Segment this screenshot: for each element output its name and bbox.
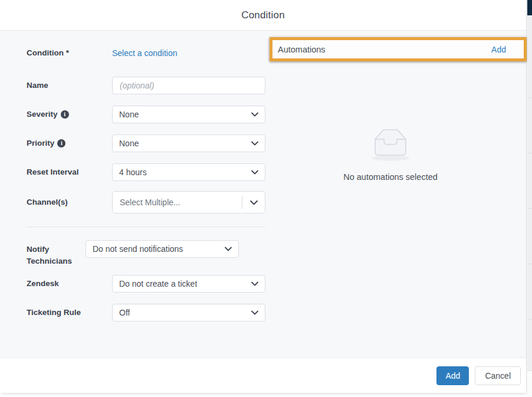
modal-header: Condition [0, 0, 526, 31]
empty-state-text: No automations selected [270, 172, 511, 182]
condition-row: Condition * Select a condition [27, 47, 178, 59]
chevron-down-icon [251, 310, 258, 315]
modal-footer: Add Cancel [0, 357, 526, 393]
name-row: Name [27, 77, 265, 94]
channels-dropdown-toggle[interactable] [242, 200, 265, 205]
section-divider [27, 227, 265, 227]
chevron-down-icon [251, 112, 258, 117]
priority-row: Priority i None [27, 134, 265, 152]
background-row-line [527, 153, 532, 153]
background-row-line [527, 97, 532, 98]
ticketing-rule-select[interactable]: Off [112, 304, 265, 321]
ticketing-rule-value: Off [119, 308, 130, 317]
inbox-tray-icon [369, 125, 412, 162]
name-input[interactable] [112, 77, 265, 94]
info-icon[interactable]: i [57, 139, 65, 147]
chevron-down-icon [251, 170, 258, 175]
chevron-down-icon [225, 247, 232, 251]
notify-technicians-value: Do not send notifications [93, 244, 183, 254]
zendesk-row: Zendesk Do not create a ticket [27, 275, 265, 293]
info-icon[interactable]: i [61, 110, 69, 119]
channels-placeholder: Select Multiple... [120, 198, 180, 207]
severity-value: None [119, 110, 139, 119]
severity-select[interactable]: None [112, 106, 265, 123]
add-button[interactable]: Add [436, 366, 469, 385]
channels-controls [242, 192, 265, 213]
background-page-sliver [527, 0, 532, 397]
severity-row: Severity i None [27, 106, 265, 123]
channels-multiselect[interactable]: Select Multiple... [112, 191, 265, 214]
automations-title: Automations [278, 45, 326, 54]
priority-label-text: Priority [27, 137, 54, 149]
reset-interval-label: Reset Interval [27, 166, 112, 178]
ticketing-rule-label: Ticketing Rule [27, 307, 112, 319]
modal-body: Condition * Select a condition Name Seve… [0, 31, 526, 357]
modal-title: Condition [241, 9, 285, 21]
chevron-down-icon [251, 141, 258, 146]
automations-empty-state: No automations selected [270, 125, 511, 182]
name-label: Name [27, 80, 112, 91]
cancel-button[interactable]: Cancel [475, 366, 521, 385]
channels-row: Channel(s) Select Multiple... [27, 191, 265, 214]
zendesk-label: Zendesk [27, 278, 112, 290]
condition-label: Condition * [27, 47, 112, 59]
background-row-line [527, 319, 532, 320]
background-navbar-fragment [527, 0, 532, 15]
condition-modal: Condition Condition * Select a condition… [0, 0, 527, 393]
notify-technicians-select[interactable]: Do not send notifications [86, 240, 239, 258]
priority-value: None [119, 139, 139, 148]
notify-technicians-label: Notify Technicians [27, 240, 86, 267]
zendesk-value: Do not create a ticket [119, 279, 197, 288]
priority-select[interactable]: None [112, 134, 265, 152]
background-row-line [527, 264, 532, 264]
reset-interval-row: Reset Interval 4 hours [27, 163, 265, 181]
severity-label: Severity i [27, 109, 112, 120]
background-footer-fragment [527, 370, 532, 397]
background-row-line [527, 208, 532, 209]
ticketing-rule-row: Ticketing Rule Off [27, 304, 265, 321]
reset-interval-value: 4 hours [119, 168, 147, 177]
automations-highlight-annotation: Automations Add [270, 37, 527, 61]
priority-label: Priority i [27, 137, 112, 149]
reset-interval-select[interactable]: 4 hours [112, 163, 265, 181]
zendesk-select[interactable]: Do not create a ticket [112, 275, 265, 293]
notify-technicians-row: Notify Technicians Do not send notificat… [27, 240, 239, 267]
channels-label: Channel(s) [27, 196, 112, 208]
chevron-down-icon [251, 281, 258, 286]
automations-add-link[interactable]: Add [491, 45, 506, 54]
severity-label-text: Severity [27, 109, 58, 120]
chevron-down-icon [250, 200, 258, 205]
automations-header: Automations Add [272, 40, 524, 58]
select-condition-link[interactable]: Select a condition [112, 48, 178, 58]
